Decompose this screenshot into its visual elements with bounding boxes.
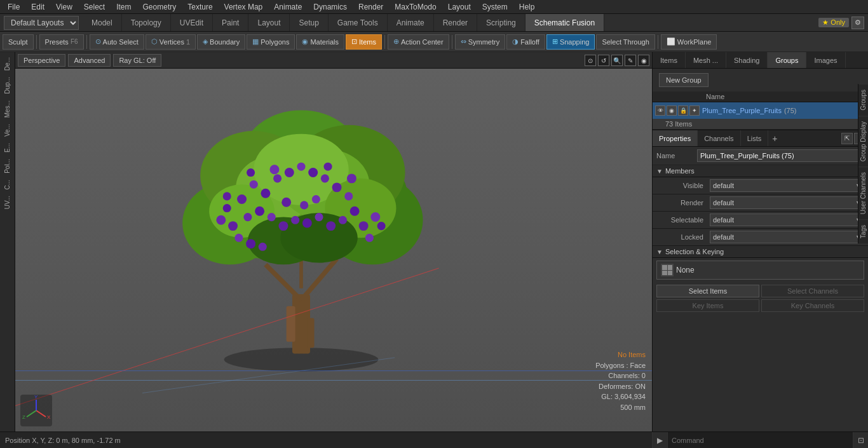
rp-tab-images[interactable]: Images xyxy=(806,52,845,68)
vtab-tags[interactable]: Tags xyxy=(858,219,868,243)
tab-render[interactable]: Render xyxy=(434,14,477,31)
snapping-button[interactable]: ⊞ Snapping xyxy=(546,34,595,50)
sculpt-button[interactable]: Sculpt xyxy=(3,34,34,50)
sidebar-item-7[interactable]: UV... xyxy=(3,193,12,212)
new-group-button[interactable]: New Group xyxy=(659,73,709,87)
viewport-canvas[interactable]: No Items Polygons : Face Channels: 0 Def… xyxy=(15,69,652,431)
command-input[interactable] xyxy=(668,432,853,448)
tab-schematic-fusion[interactable]: Schematic Fusion xyxy=(526,14,604,31)
menu-texture[interactable]: Texture xyxy=(182,1,217,13)
group-visibility-btn[interactable]: 👁 xyxy=(655,105,665,116)
render-select[interactable]: default ▼ xyxy=(710,196,864,209)
tab-paint[interactable]: Paint xyxy=(213,14,248,31)
menu-system[interactable]: System xyxy=(477,1,513,13)
name-input[interactable] xyxy=(697,149,864,162)
menu-select[interactable]: Select xyxy=(79,1,110,13)
snapping-icon: ⊞ xyxy=(552,37,558,46)
locked-value: default xyxy=(713,233,734,241)
group-select-btn[interactable]: ✦ xyxy=(689,105,700,116)
vp-icon-undo[interactable]: ↺ xyxy=(598,55,609,66)
tab-setup[interactable]: Setup xyxy=(290,14,328,31)
symmetry-button[interactable]: ⇔ Symmetry xyxy=(455,34,506,50)
perspective-btn[interactable]: Perspective xyxy=(18,54,65,67)
props-tab-channels[interactable]: Channels xyxy=(698,130,740,146)
vtab-groups[interactable]: Groups xyxy=(858,84,868,116)
menu-geometry[interactable]: Geometry xyxy=(138,1,182,13)
menu-item[interactable]: Item xyxy=(111,1,136,13)
tab-model[interactable]: Model xyxy=(83,14,122,31)
presets-button[interactable]: Presets F6 xyxy=(39,34,84,50)
sidebar-item-6[interactable]: C... xyxy=(3,177,12,193)
menu-vertex-map[interactable]: Vertex Map xyxy=(219,1,268,13)
viewport[interactable]: Perspective Advanced Ray GL: Off ⊙ ↺ 🔍 ✎… xyxy=(15,52,652,431)
select-items-button[interactable]: Select Items xyxy=(656,285,759,297)
selection-keying-header[interactable]: ▼ Selection & Keying xyxy=(653,246,868,258)
tab-topology[interactable]: Topology xyxy=(122,14,171,31)
sidebar-item-4[interactable]: E... xyxy=(3,140,12,155)
rp-tab-items[interactable]: Items xyxy=(653,52,686,68)
tab-layout[interactable]: Layout xyxy=(248,14,290,31)
menu-file[interactable]: File xyxy=(3,1,25,13)
items-button[interactable]: ⊡ Items xyxy=(346,34,382,50)
locked-select[interactable]: default ▼ xyxy=(710,231,864,243)
tab-uvedit[interactable]: UVEdit xyxy=(171,14,213,31)
menu-maxtomodo[interactable]: MaxToModo xyxy=(390,1,441,13)
vp-icon-zoom[interactable]: 🔍 xyxy=(611,55,623,66)
members-section-header[interactable]: ▼ Members xyxy=(653,165,868,177)
none-button[interactable]: None xyxy=(656,261,864,280)
key-channels-button[interactable]: Key Channels xyxy=(761,299,864,312)
sidebar-item-2[interactable]: Mes... xyxy=(3,98,12,120)
props-icon-expand[interactable]: ⇱ xyxy=(841,133,853,144)
sidebar-item-0[interactable]: De... xyxy=(3,55,12,73)
group-render-btn[interactable]: ◉ xyxy=(667,105,677,116)
tab-scripting[interactable]: Scripting xyxy=(477,14,526,31)
auto-select-button[interactable]: ⊙ Auto Select xyxy=(90,34,144,50)
props-tab-add-btn[interactable]: + xyxy=(768,130,781,146)
select-channels-button[interactable]: Select Channels xyxy=(761,285,864,297)
falloff-button[interactable]: ◑ Falloff xyxy=(506,34,545,50)
sidebar-item-1[interactable]: Dup... xyxy=(3,74,12,97)
none-dot-3 xyxy=(662,271,667,276)
select-through-button[interactable]: Select Through xyxy=(596,34,654,50)
materials-button[interactable]: ◉ Materials xyxy=(296,34,344,50)
command-arrow[interactable]: ▶ xyxy=(653,432,668,449)
menu-view[interactable]: View xyxy=(51,1,78,13)
vertices-button[interactable]: ⬡ Vertices 1 xyxy=(146,34,196,50)
selectable-select[interactable]: default ▼ xyxy=(710,214,864,226)
rp-tab-shading[interactable]: Shading xyxy=(726,52,768,68)
gear-button[interactable]: ⚙ xyxy=(851,17,864,29)
menu-help[interactable]: Help xyxy=(514,1,540,13)
menu-animate[interactable]: Animate xyxy=(269,1,307,13)
menu-layout[interactable]: Layout xyxy=(443,1,476,13)
ray-gl-btn[interactable]: Ray GL: Off xyxy=(113,54,161,67)
vtab-group-display[interactable]: Group Display xyxy=(858,116,868,166)
sidebar-item-3[interactable]: Ve... xyxy=(3,121,12,139)
workplane-button[interactable]: ⬜ WorkPlane xyxy=(661,34,717,50)
rp-tab-groups[interactable]: Groups xyxy=(768,52,806,68)
props-tab-properties[interactable]: Properties xyxy=(653,130,698,146)
viewport-icons: ⊙ ↺ 🔍 ✎ ◉ xyxy=(585,55,649,66)
sidebar-item-5[interactable]: Pol... xyxy=(3,156,12,176)
boundary-button[interactable]: ◈ Boundary xyxy=(197,34,245,50)
layout-selector[interactable]: Default Layouts xyxy=(4,16,79,30)
rp-tab-mesh[interactable]: Mesh ... xyxy=(686,52,726,68)
vtab-user-channels[interactable]: User Channels xyxy=(858,166,868,219)
vp-icon-edit[interactable]: ✎ xyxy=(625,55,636,66)
group-row-selected[interactable]: 👁 ◉ 🔒 ✦ Plum_Tree_Purple_Fruits (75) xyxy=(653,102,868,119)
action-center-button[interactable]: ⊕ Action Center xyxy=(388,34,449,50)
vp-icon-settings[interactable]: ◉ xyxy=(638,55,649,66)
key-items-button[interactable]: Key Items xyxy=(656,299,759,312)
menu-edit[interactable]: Edit xyxy=(26,1,50,13)
command-icon[interactable]: ⊡ xyxy=(853,432,868,449)
advanced-btn[interactable]: Advanced xyxy=(68,54,111,67)
svg-point-37 xyxy=(291,216,299,224)
tab-game-tools[interactable]: Game Tools xyxy=(329,14,388,31)
props-tab-lists[interactable]: Lists xyxy=(741,130,769,146)
group-lock-btn[interactable]: 🔒 xyxy=(678,105,688,116)
tab-animate[interactable]: Animate xyxy=(388,14,434,31)
menu-render[interactable]: Render xyxy=(353,1,388,13)
vp-icon-rotate[interactable]: ⊙ xyxy=(585,55,596,66)
polygons-button[interactable]: ▦ Polygons xyxy=(247,34,295,50)
visible-select[interactable]: default ▼ xyxy=(710,179,864,192)
menu-dynamics[interactable]: Dynamics xyxy=(308,1,352,13)
